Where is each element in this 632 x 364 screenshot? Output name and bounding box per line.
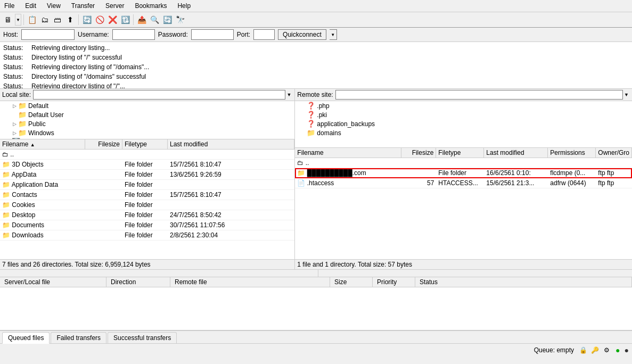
host-input[interactable] (21, 29, 75, 40)
bottom-status: Queue: empty 🔒 🔑 ⚙ ● ● (0, 343, 632, 356)
remote-tree-item[interactable]: ❓.pki (295, 110, 632, 119)
menu-help[interactable]: Help (175, 1, 193, 11)
quickconnect-dropdown[interactable]: ▼ (330, 29, 337, 40)
remote-file-row[interactable]: 🗀 .. (295, 158, 632, 168)
queue-col-priority: Priority (373, 277, 415, 287)
local-file-name: 📁 Contacts (0, 190, 85, 200)
local-file-row[interactable]: 📁 Cookies File folder (0, 200, 294, 210)
local-tree-item[interactable]: ▷📁Default (0, 101, 294, 110)
remote-file-row[interactable]: 📁 ██████████.com File folder 16/6/2561 0… (295, 168, 632, 178)
menu-view[interactable]: View (45, 1, 63, 11)
status-line: Status:Directory listing of "/domains" s… (3, 72, 629, 81)
status-line: Status:Retrieving directory listing of "… (3, 62, 629, 72)
remote-col-filename[interactable]: Filename (295, 148, 401, 158)
toolbar-toggle-queue[interactable]: ⬆ (64, 14, 76, 26)
file-icon: 📁 (2, 211, 10, 219)
status-label: Status: (3, 81, 27, 89)
local-file-type: File folder (122, 170, 168, 179)
toolbar-reconnect[interactable]: 🔄 (81, 14, 93, 26)
local-file-row[interactable]: 📁 Documents File folder 30/7/2561 11:07:… (0, 220, 294, 230)
remote-path-dropdown[interactable]: ▼ (623, 92, 630, 97)
local-file-modified: 2/8/2561 2:30:04 (168, 230, 294, 240)
local-file-row[interactable]: 🗀 .. (0, 150, 294, 160)
settings-icon[interactable]: ⚙ (602, 345, 611, 355)
toolbar-find[interactable]: 🔭 (174, 14, 186, 26)
remote-tree-item[interactable]: ❓.php (295, 101, 632, 110)
local-file-row[interactable]: 📁 3D Objects File folder 15/7/2561 8:10:… (0, 160, 294, 170)
local-file-row[interactable]: 📁 Downloads File folder 2/8/2561 2:30:04 (0, 230, 294, 241)
password-input[interactable] (191, 29, 234, 40)
toolbar-new-site-dropdown[interactable]: ▼ (15, 14, 21, 26)
toolbar-toggle-log[interactable]: 📋 (26, 14, 38, 26)
toolbar-disconnect[interactable]: ❌ (106, 14, 118, 26)
local-file-name: 📁 3D Objects (0, 160, 85, 169)
toolbar-toggle-remote[interactable]: 🗃 (52, 14, 63, 26)
tab-queued-files[interactable]: Queued files (2, 332, 50, 344)
remote-tree: ❓.php ❓.pki ❓application_backups 📁domain… (295, 101, 632, 148)
remote-file-modified: 15/6/2561 21:3... (484, 178, 548, 188)
local-tree-item[interactable]: ▷📁Windows (0, 128, 294, 137)
toolbar-filter[interactable]: 🔍 (149, 14, 160, 26)
local-path-dropdown[interactable]: ▼ (285, 92, 292, 97)
file-icon: 📁 (2, 201, 10, 209)
local-file-modified: 15/7/2561 8:10:47 (168, 190, 294, 200)
remote-tree-item[interactable]: ❓application_backups (295, 119, 632, 128)
queue-col-status: Status (415, 277, 632, 287)
file-icon: 🗀 (297, 159, 303, 167)
remote-file-list-header: Filename Filesize Filetype Last modified… (295, 148, 632, 158)
local-col-filetype[interactable]: Filetype (122, 139, 168, 149)
toolbar-toggle-local[interactable]: 🗂 (39, 14, 51, 26)
file-icon: 📁 (2, 231, 10, 239)
toolbar-transfer-type[interactable]: 📤 (136, 14, 147, 26)
local-file-size (85, 234, 122, 236)
local-file-row[interactable]: 📁 AppData File folder 13/6/2561 9:26:59 (0, 170, 294, 180)
remote-file-perms: adfrw (0644) (548, 178, 596, 188)
queue-col-size: Size (330, 277, 373, 287)
remote-path-input[interactable]: /domains (335, 90, 623, 100)
toolbar-new-site[interactable]: 🖥 (2, 14, 14, 26)
local-file-row[interactable]: 📁 Desktop File folder 24/7/2561 8:50:42 (0, 210, 294, 220)
remote-hscrollbar[interactable] (0, 270, 632, 277)
local-file-modified: 24/7/2561 8:50:42 (168, 210, 294, 220)
remote-col-filesize[interactable]: Filesize (401, 148, 436, 158)
local-path-input[interactable]: C:\Users\ArmShare\ (33, 90, 285, 100)
tab-successful-transfers[interactable]: Successful transfers (108, 332, 177, 343)
quickconnect-button[interactable]: Quickconnect (278, 29, 326, 40)
local-file-size (85, 204, 122, 206)
menu-server[interactable]: Server (103, 1, 126, 11)
local-tree-item[interactable]: ▷📁Public (0, 119, 294, 128)
local-col-modified[interactable]: Last modified (168, 139, 294, 149)
local-file-row[interactable]: 📁 Contacts File folder 15/7/2561 8:10:47 (0, 190, 294, 200)
indicator-black: ● (625, 346, 629, 354)
toolbar-cancel[interactable]: 🚫 (94, 14, 105, 26)
local-tree-item[interactable]: 📁Default User (0, 110, 294, 119)
lock-icon[interactable]: 🔒 (578, 345, 588, 355)
menu-bookmarks[interactable]: Bookmarks (133, 1, 169, 11)
tab-failed-transfers[interactable]: Failed transfers (51, 332, 106, 343)
port-input[interactable]: 2002 (253, 29, 275, 40)
remote-file-row[interactable]: 📄 .htaccess 57 HTACCESS... 15/6/2561 21:… (295, 178, 632, 188)
local-col-filename[interactable]: Filename ▲ (0, 139, 85, 149)
username-label: Username: (78, 31, 109, 38)
file-icon: 📁 (297, 169, 305, 177)
file-icon: 📁 (2, 191, 10, 198)
local-file-row[interactable]: 📁 Application Data File folder (0, 180, 294, 190)
local-file-type: File folder (122, 190, 168, 200)
toolbar-sync[interactable]: 🔄 (161, 14, 173, 26)
toolbar-sep-3 (133, 14, 134, 25)
key-icon[interactable]: 🔑 (590, 345, 600, 355)
remote-tree-item[interactable]: 📁domains (295, 128, 632, 137)
username-input[interactable] (112, 29, 155, 40)
menu-transfer[interactable]: Transfer (69, 1, 97, 11)
remote-col-owner[interactable]: Owner/Gro (596, 148, 632, 158)
remote-file-owner (596, 162, 632, 164)
remote-col-modified[interactable]: Last modified (484, 148, 548, 158)
queue-area: Server/Local file Direction Remote file … (0, 277, 632, 330)
menu-edit[interactable]: Edit (23, 1, 38, 11)
menu-file[interactable]: File (2, 1, 17, 11)
remote-col-permissions[interactable]: Permissions (548, 148, 596, 158)
remote-panel: Remote site: /domains ▼ ❓.php ❓.pki ❓app… (295, 89, 632, 269)
remote-col-filetype[interactable]: Filetype (436, 148, 484, 158)
toolbar-reconnect2[interactable]: 🔃 (119, 14, 131, 26)
local-col-filesize[interactable]: Filesize (85, 139, 122, 149)
